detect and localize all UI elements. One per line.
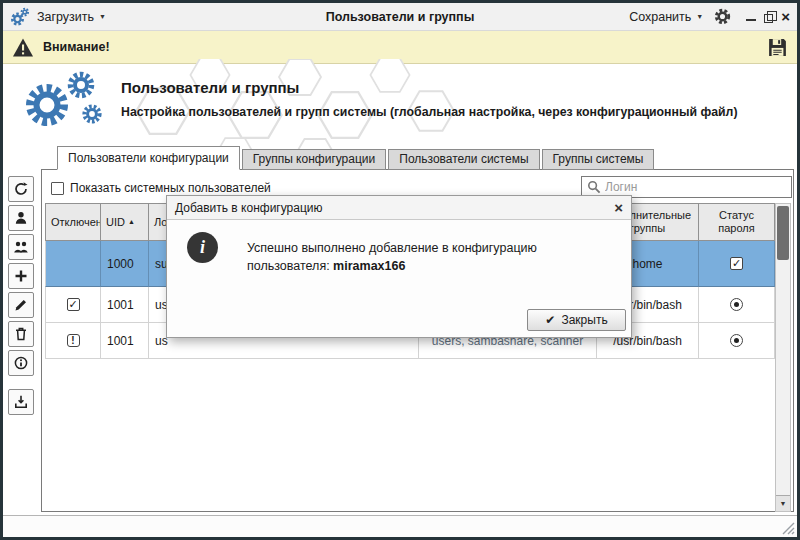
info-icon [13, 355, 29, 371]
uid-cell: 1001 [101, 287, 149, 323]
users-icon [13, 239, 29, 255]
radio-selected-icon [730, 298, 743, 311]
page-subtitle: Настройка пользователей и групп системы … [121, 105, 781, 119]
chevron-down-icon: ▼ [696, 13, 703, 20]
sort-asc-icon: ▲ [128, 218, 135, 226]
password-status-cell [699, 287, 775, 323]
delete-button[interactable] [8, 321, 34, 347]
download-icon [13, 394, 29, 410]
dialog-titlebar: Добавить в конфигурацию × [167, 196, 631, 220]
info-roundel-icon: i [187, 232, 218, 263]
radio-selected-icon [730, 334, 743, 347]
warning-bar: Внимание! [3, 31, 797, 64]
plus-icon [13, 268, 29, 284]
tab-groups-system[interactable]: Группы системы [542, 149, 655, 170]
check-icon: ✔ [545, 313, 555, 327]
refresh-button[interactable] [8, 176, 34, 202]
app-gears-icon [10, 7, 30, 27]
load-button-label: Загрузить [37, 10, 94, 24]
edit-button[interactable] [8, 292, 34, 318]
dialog-close-button[interactable]: ✔ Закрыть [527, 309, 626, 331]
page-title: Пользователи и группы [121, 79, 299, 96]
dialog-message: Успешно выполнено добавление в конфигура… [247, 240, 537, 275]
password-status-cell: ✓ [699, 241, 775, 287]
page-logo-icon [17, 69, 109, 133]
tab-users-system[interactable]: Пользователи системы [388, 149, 539, 170]
pencil-icon [13, 297, 29, 313]
username: miramax166 [333, 259, 405, 273]
search-input[interactable] [605, 180, 786, 194]
search-icon [587, 180, 601, 194]
dialog-close-button-label: Закрыть [561, 313, 607, 327]
save-file-icon[interactable] [767, 37, 788, 58]
column-header-disabled[interactable]: Отключен [45, 203, 101, 241]
save-button[interactable]: Сохранить ▼ [629, 10, 703, 24]
info-button[interactable] [8, 350, 34, 376]
checkbox-checked-icon: ✓ [67, 298, 80, 311]
add-button[interactable] [8, 263, 34, 289]
uid-cell: 1001 [101, 323, 149, 359]
resize-grip[interactable] [782, 522, 795, 535]
column-header-password-status[interactable]: Статус пароля [699, 203, 775, 241]
scrollbar[interactable]: ▼ [775, 203, 791, 512]
statusbar [3, 515, 797, 537]
tab-bar: Пользователи конфигурации Группы конфигу… [57, 146, 654, 170]
exclamation-badge-icon: ! [67, 334, 80, 347]
refresh-icon [13, 181, 29, 197]
user-icon [13, 210, 29, 226]
uid-cell: 1000 [101, 241, 149, 287]
disabled-cell: ! [45, 323, 101, 359]
scrollbar-down-button[interactable]: ▼ [776, 495, 790, 511]
disabled-cell: ✓ [45, 287, 101, 323]
add-user-button[interactable] [8, 205, 34, 231]
save-button-label: Сохранить [629, 10, 691, 24]
window-controls: × [746, 11, 790, 23]
minimize-button[interactable] [746, 19, 756, 21]
dialog-title: Добавить в конфигурацию [175, 201, 323, 215]
dialog-close-icon[interactable]: × [614, 201, 623, 215]
warning-label: Внимание! [43, 40, 110, 54]
checkbox-checked-icon: ✓ [730, 257, 743, 270]
scrollbar-thumb[interactable] [777, 206, 789, 260]
load-button[interactable]: Загрузить ▼ [37, 10, 106, 24]
warning-icon [12, 37, 34, 58]
titlebar: Загрузить ▼ Пользователи и группы Сохран… [3, 3, 797, 31]
maximize-button[interactable] [764, 14, 773, 23]
dialog: Добавить в конфигурацию × i Успешно выпо… [166, 195, 632, 338]
checkbox-unchecked-icon [51, 182, 64, 195]
chevron-down-icon: ▼ [99, 13, 106, 20]
window: Загрузить ▼ Пользователи и группы Сохран… [0, 0, 800, 540]
show-system-users-label: Показать системных пользователей [70, 181, 271, 195]
export-button[interactable] [8, 389, 34, 415]
settings-gear-icon[interactable] [714, 8, 731, 25]
show-system-users-checkbox[interactable]: Показать системных пользователей [51, 181, 271, 195]
trash-icon [13, 326, 29, 342]
groups-button[interactable] [8, 234, 34, 260]
disabled-cell [45, 241, 101, 287]
tab-groups-config[interactable]: Группы конфигурации [242, 149, 386, 170]
password-status-cell [699, 323, 775, 359]
close-button[interactable]: × [781, 11, 790, 23]
column-header-uid[interactable]: UID ▲ [101, 203, 149, 241]
tab-users-config[interactable]: Пользователи конфигурации [57, 146, 240, 170]
